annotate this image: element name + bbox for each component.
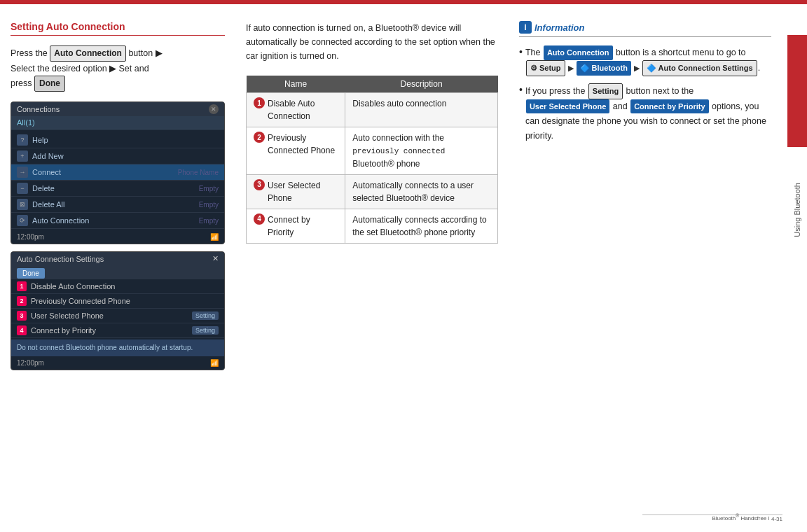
table-row: 2 Previously Connected Phone Auto connec… [247,127,498,175]
conn-item-delete[interactable]: − Delete Empty [11,181,224,197]
deleteall-icon: ⊠ [17,199,28,210]
table-row: 1 Disable Auto Connection Disables auto … [247,93,498,127]
footer-text: Bluetooth® Handsfree I [712,515,771,522]
middle-column: If auto connection is turned on, a Bluet… [235,14,509,251]
table-cell-desc-3: Automatically connects to a user selecte… [345,174,498,209]
conn-menu-header: All(1) [11,116,224,130]
auto-connection-button-label: Auto Connection [50,46,126,62]
screen1-title: Connections [17,105,60,113]
row3-num: 3 [254,179,265,190]
right-column: i Information The Auto Connection button… [509,14,782,158]
screen1-footer: 12:00pm 📶 [11,232,224,244]
row2-num: 2 [254,132,265,143]
conn-menu: ? Help + Add New → Connect Phone Name − … [11,130,224,232]
connect-icon: → [17,167,28,178]
conn-item-addnew[interactable]: + Add New [11,148,224,164]
setting-btn-3[interactable]: Setting [192,312,219,320]
addnew-icon: + [17,150,28,162]
table-cell-name-2: 2 Previously Connected Phone [247,127,345,175]
screen1: Connections ✕ All(1) ? Help + Add New → … [11,102,225,244]
screen2-title: Auto Connection Settings [17,255,104,263]
table-header-description: Description [345,76,498,93]
conn-item-autoconn[interactable]: ⟳ Auto Connection Empty [11,213,224,229]
info-table: Name Description 1 Disable Auto Connecti… [246,76,498,244]
table-cell-desc-4: Automatically connects according to the … [345,209,498,243]
connect-by-priority-tag: Connect by Priority [630,99,708,114]
setting-btn-4[interactable]: Setting [192,326,219,335]
table-row: 3 User Selected Phone Automatically conn… [247,174,498,209]
info-header: i Information [519,21,771,37]
conn-item-deleteall[interactable]: ⊠ Delete All Empty [11,197,224,213]
table-cell-name-1: 1 Disable Auto Connection [247,93,345,127]
done-screen-button[interactable]: Done [17,268,45,279]
conn-item-connect[interactable]: → Connect Phone Name [11,164,224,181]
auto-connection-tag: Auto Connection [544,46,613,60]
info-bullet-2: If you press the Setting button next to … [519,83,771,144]
conn-item-help[interactable]: ? Help [11,132,224,148]
user-selected-phone-tag: User Selected Phone [526,99,609,114]
screen1-header: Connections ✕ [11,102,224,116]
auto-conn-settings-tag: 🔷 Auto Connection Settings [642,60,757,76]
acs-item-3[interactable]: 3 User Selected Phone Setting [11,309,224,323]
left-column: Setting Auto Connection Press the Auto C… [0,14,235,384]
acs-item-2[interactable]: 2 Previously Connected Phone [11,294,224,309]
table-header-name: Name [247,76,345,93]
delete-icon: − [17,183,28,194]
table-cell-name-3: 3 User Selected Phone [247,174,345,209]
screen2-close[interactable]: ✕ [212,254,219,263]
table-cell-desc-2: Auto connection with the previously conn… [345,127,498,175]
num-badge-4: 4 [17,326,27,335]
acs-item-4[interactable]: 4 Connect by Priority Setting [11,323,224,338]
acs-item-1[interactable]: 1 Disable Auto Connection [11,279,224,294]
top-bar [0,0,807,4]
section-title: Setting Auto Connection [11,21,225,36]
autoconn-icon: ⟳ [17,215,28,226]
screen2-header: Auto Connection Settings ✕ [11,252,224,265]
setting-tag: Setting [588,83,623,99]
table-cell-name-4: 4 Connect by Priority [247,209,345,243]
help-icon: ? [17,134,28,146]
done-button-label: Done [34,76,65,92]
left-paragraph: Press the Auto Connection button ▶ Selec… [11,46,225,92]
setup-path: ⚙ Setup ▶ 🔷 Bluetooth ▶ 🔷 Auto Connectio… [525,60,758,76]
num-badge-2: 2 [17,296,27,306]
screen2-done-row: Done [11,265,224,279]
row1-num: 1 [254,97,265,108]
row4-num: 4 [254,214,265,225]
table-row: 4 Connect by Priority Automatically conn… [247,209,498,243]
screen2: Auto Connection Settings ✕ Done 1 Disabl… [11,251,225,370]
acs-tooltip: Do not connect Bluetooth phone automatic… [11,340,224,356]
num-badge-1: 1 [17,281,27,291]
num-badge-3: 3 [17,311,27,321]
setup-tag: ⚙ Setup [526,60,565,76]
vertical-label: Using Bluetooth [787,35,807,385]
bluetooth-tag: 🔷 Bluetooth [577,61,631,76]
screen2-footer: 12:00pm 📶 [11,358,224,370]
info-icon: i [519,21,532,34]
screen1-container: Connections ✕ All(1) ? Help + Add New → … [11,102,225,244]
info-bullet-1: The Auto Connection button is a shortcut… [519,46,771,76]
footer: Bluetooth® Handsfree I 4-31 [712,514,782,525]
screen1-close[interactable]: ✕ [209,104,219,114]
code-text: previously connected [352,147,445,155]
middle-paragraph: If auto connection is turned on, a Bluet… [246,21,498,63]
table-cell-desc-1: Disables auto connection [345,93,498,127]
info-title: Information [534,22,585,33]
page-number: 4-31 [771,515,782,522]
